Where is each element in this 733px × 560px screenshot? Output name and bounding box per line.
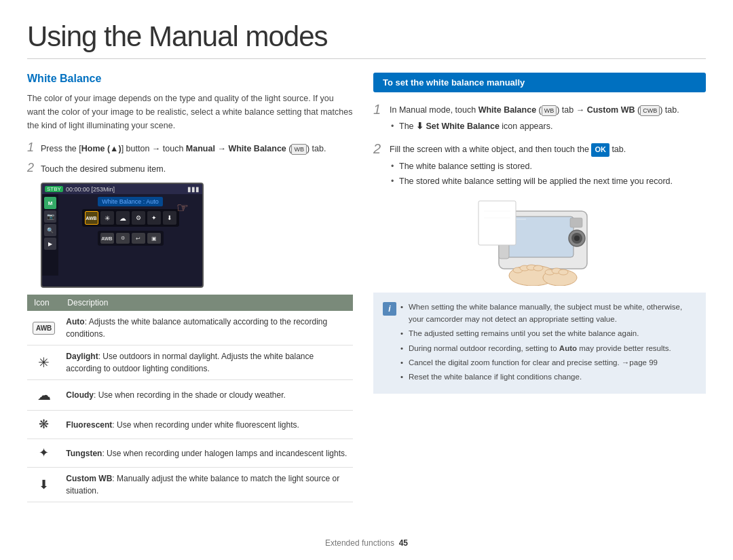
bullet-stored: The white balance setting is stored. <box>390 160 673 173</box>
table-row: ✦ Tungsten: Use when recording under hal… <box>27 439 353 468</box>
wb-icon-inline: WB <box>291 144 307 155</box>
icon-cell-sun: ✳ <box>27 346 60 380</box>
svg-point-13 <box>533 265 543 271</box>
ok-button-inline: OK <box>591 143 609 157</box>
desc-cell-cloudy: Cloudy: Use when recording in the shade … <box>60 380 353 411</box>
wb-icons-row: AWB ✳ ☁ ⚙ ✦ ⬇ <box>82 209 179 227</box>
right-step-1-content: In Manual mode, touch White Balance (WB)… <box>390 103 679 134</box>
left-column: White Balance The color of your image de… <box>27 73 353 502</box>
table-row: ⬇ Custom WB: Manually adjust the white b… <box>27 468 353 502</box>
cwb-icon-right: CWB <box>640 105 660 116</box>
cam-icon-1: 📷 <box>44 210 56 223</box>
cam-left-icons: M 📷 🔍 ▶ <box>42 194 58 276</box>
intro-text: The color of your image depends on the t… <box>27 92 353 132</box>
right-step-1: 1 In Manual mode, touch White Balance (W… <box>373 103 706 134</box>
step1-bullets: The ⬇ Set White Balance icon appears. <box>390 119 679 133</box>
step-2: 2 Touch the desired submenu item. <box>27 162 353 176</box>
cam-icon-3: ▶ <box>44 238 56 250</box>
page-title: Using the Manual modes <box>27 20 706 59</box>
cam-btn-2[interactable]: ⚙ <box>116 233 130 244</box>
cam-cursor: ☞ <box>176 200 189 216</box>
camera-topbar: STBY 00:00:00 [253Min] ▮▮▮ <box>42 184 202 194</box>
note-item-3: During normal outdoor recording, setting… <box>400 342 696 354</box>
wb-auto-icon[interactable]: AWB <box>85 211 98 225</box>
right-step-2-content: Fill the screen with a white object, and… <box>390 143 673 189</box>
step-1-number: 1 <box>27 141 37 155</box>
table-header-desc: Description <box>60 295 353 311</box>
cam-time: 00:00:00 [253Min] <box>66 186 115 193</box>
cam-center: ☞ White Balance : Auto AWB ✳ ☁ ⚙ ✦ ⬇ <box>58 194 202 276</box>
note-item-1: When setting the white balance manually,… <box>400 301 696 326</box>
right-step-1-num: 1 <box>373 102 384 117</box>
stby-badge: STBY <box>45 186 63 192</box>
note-icon: i <box>383 302 396 316</box>
note-list: When setting the white balance manually,… <box>400 301 696 384</box>
icon-cell-fluor: ❋ <box>27 411 60 439</box>
wb-custom-icon[interactable]: ⬇ <box>163 211 176 225</box>
section-heading: White Balance <box>27 73 353 85</box>
bullet-applied: The stored white balance setting will be… <box>390 174 673 188</box>
camera-body: M 📷 🔍 ▶ ☞ White Balance : Auto AWB ✳ <box>42 194 202 276</box>
icon-description-table: Icon Description AWB Auto: Adjusts the w… <box>27 295 353 502</box>
table-row: ✳ Daylight: Use outdoors in normal dayli… <box>27 346 353 380</box>
wb-fluor-icon[interactable]: ⚙ <box>132 211 145 225</box>
cam-btn-4[interactable]: ▣ <box>147 233 161 244</box>
awb-icon: AWB <box>33 322 55 335</box>
cam-top-icons: ▮▮▮ <box>187 185 200 193</box>
step-2-number: 2 <box>27 161 37 175</box>
note-item-2: The adjusted setting remains until you s… <box>400 327 696 339</box>
footer: Extended functions 45 <box>0 538 733 548</box>
wb-cloud-icon[interactable]: ☁ <box>116 211 130 225</box>
cam-btn-3[interactable]: ↩ <box>132 233 145 244</box>
table-row: ❋ Fluorescent: Use when recording under … <box>27 411 353 439</box>
right-step-2-num: 2 <box>373 141 384 157</box>
desc-cell-custom: Custom WB: Manually adjust the white bal… <box>60 468 353 502</box>
svg-rect-3 <box>570 218 582 227</box>
desc-cell-fluorescent: Fluorescent: Use when recording under wh… <box>60 411 353 439</box>
note-item-4: Cancel the digital zoom function for cle… <box>400 356 696 369</box>
desc-cell-daylight: Daylight: Use outdoors in normal dayligh… <box>60 346 353 380</box>
svg-point-7 <box>574 236 580 241</box>
right-col-header: To set the white balance manually <box>373 73 706 92</box>
svg-rect-17 <box>478 201 516 245</box>
table-header-icon: Icon <box>27 295 60 311</box>
cam-icon-2: 🔍 <box>44 224 56 236</box>
icon-cell-custom: ⬇ <box>27 468 60 502</box>
icon-cell-awb: AWB <box>27 311 60 346</box>
step-1: 1 Press the [Home (▲)] button → touch Ma… <box>27 142 353 155</box>
note-content: When setting the white balance manually,… <box>400 301 696 386</box>
camera-ui-mockup: STBY 00:00:00 [253Min] ▮▮▮ M 📷 🔍 ▶ <box>41 183 204 288</box>
cam-bottom-controls: AWB ⚙ ↩ ▣ <box>98 231 164 246</box>
wb-tungsten-icon[interactable]: ✦ <box>147 211 161 225</box>
battery-icon: ▮▮▮ <box>187 185 200 193</box>
content-area: White Balance The color of your image de… <box>27 73 706 502</box>
right-step-2: 2 Fill the screen with a white object, a… <box>373 143 706 189</box>
svg-point-16 <box>559 269 568 275</box>
step-2-text: Touch the desired submenu item. <box>41 162 166 176</box>
desc-cell-tungsten: Tungsten: Use when recording under halog… <box>60 439 353 468</box>
icon-cell-cloud: ☁ <box>27 380 60 411</box>
mode-icon: M <box>44 197 56 209</box>
desc-cell-auto: Auto: Adjusts the white balance automati… <box>60 311 353 346</box>
footer-label: Extended functions <box>325 538 394 548</box>
wb-sun-icon[interactable]: ✳ <box>100 211 114 225</box>
note-item-5: Reset the white balance if light conditi… <box>400 371 696 383</box>
note-box: i When setting the white balance manuall… <box>373 293 706 394</box>
step-1-text: Press the [Home (▲)] button → touch Manu… <box>41 142 326 155</box>
icon-cell-tungsten: ✦ <box>27 439 60 468</box>
right-column: To set the white balance manually 1 In M… <box>373 73 706 502</box>
table-row: AWB Auto: Adjusts the white balance auto… <box>27 311 353 346</box>
step2-bullets: The white balance setting is stored. The… <box>390 160 673 188</box>
wb-menu-label: White Balance : Auto <box>98 197 163 206</box>
page: Using the Manual modes White Balance The… <box>0 0 733 560</box>
bullet-set-wb: The ⬇ Set White Balance icon appears. <box>390 119 679 133</box>
cam-btn-1[interactable]: AWB <box>100 233 114 244</box>
wb-icon-right: WB <box>542 105 557 116</box>
page-number: 45 <box>399 538 408 548</box>
camera-illustration <box>472 198 607 286</box>
table-row: ☁ Cloudy: Use when recording in the shad… <box>27 380 353 411</box>
